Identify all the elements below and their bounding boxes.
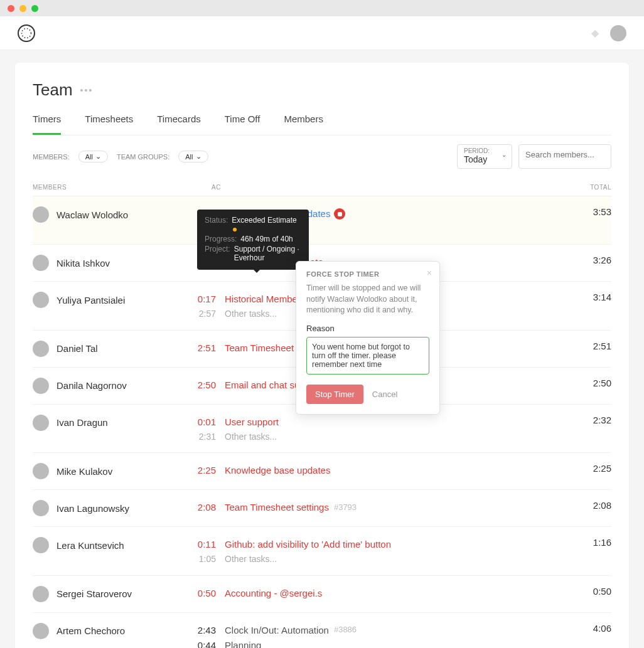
- activity-task[interactable]: Other tasks...: [225, 430, 561, 444]
- activity-task[interactable]: User support: [225, 415, 561, 430]
- tabs: TimersTimesheetsTimecardsTime OffMembers: [33, 114, 611, 135]
- activity-task[interactable]: Knowledge base updates: [225, 463, 561, 478]
- row-total: 2:51: [561, 331, 611, 361]
- activity-time: 0:17: [171, 292, 216, 307]
- activity-task[interactable]: Accounting - @sergei.s: [225, 586, 561, 601]
- user-avatar[interactable]: [610, 25, 626, 41]
- members-filter[interactable]: All ⌄: [78, 151, 108, 162]
- member-name[interactable]: Ivan Lagunowsky: [56, 503, 129, 514]
- tab-time-off[interactable]: Time Off: [225, 114, 260, 135]
- row-total: 2:32: [561, 405, 611, 435]
- table-row: Mike Kulakov2:25Knowledge base updates2:…: [33, 453, 611, 490]
- row-total: 2:50: [561, 368, 611, 398]
- chevron-down-icon: ⌄: [95, 152, 101, 161]
- member-name[interactable]: Lera Kuntsevich: [56, 540, 124, 551]
- window-min-dot[interactable]: [19, 5, 26, 12]
- row-total: 0:50: [561, 576, 611, 607]
- groups-filter[interactable]: All ⌄: [178, 151, 208, 162]
- app-logo[interactable]: [18, 24, 35, 42]
- page-title: Team: [33, 80, 73, 100]
- table-header: MEMBERS AC TOTAL: [33, 178, 611, 196]
- notification-icon[interactable]: ◆: [591, 27, 599, 39]
- row-total: 3:26: [561, 245, 611, 275]
- search-members-input[interactable]: [518, 144, 611, 169]
- activity-time: 0:50: [171, 586, 216, 601]
- member-name[interactable]: Yuliya Pantsialei: [56, 295, 125, 305]
- members-filter-label: MEMBERS:: [33, 153, 70, 161]
- member-avatar[interactable]: [33, 623, 49, 639]
- tab-members[interactable]: Members: [284, 114, 323, 135]
- row-total: 3:14: [561, 282, 611, 312]
- period-label: PERIOD:: [464, 147, 505, 154]
- activity-task[interactable]: Github: add visibility to 'Add time' but…: [225, 537, 561, 552]
- member-name[interactable]: Mike Kulakov: [56, 466, 112, 477]
- th-members: MEMBERS: [33, 184, 171, 191]
- member-name[interactable]: Sergei Staroverov: [56, 588, 132, 599]
- task-tag: #3793: [334, 501, 357, 514]
- topbar: ◆: [0, 16, 644, 50]
- window-close-dot[interactable]: [8, 5, 14, 12]
- browser-chrome: [0, 0, 644, 16]
- status-dot-icon: [233, 228, 237, 231]
- activity-time: 1:05: [171, 552, 216, 566]
- member-name[interactable]: Danila Nagornov: [56, 380, 127, 391]
- member-avatar[interactable]: [33, 255, 49, 271]
- reason-textarea[interactable]: [306, 337, 429, 374]
- member-avatar[interactable]: [33, 586, 49, 602]
- th-total: TOTAL: [561, 184, 611, 191]
- row-total: 3:53: [561, 196, 611, 227]
- modal-description: Timer will be stopped and we will notify…: [306, 283, 429, 316]
- activity-task[interactable]: Team Timesheet settings#3793: [225, 500, 561, 515]
- member-name[interactable]: Daniel Tal: [56, 343, 98, 354]
- force-stop-modal: × FORCE STOP TIMER Timer will be stopped…: [296, 261, 440, 415]
- period-selector[interactable]: PERIOD: Today ⌄: [457, 144, 512, 169]
- period-value: Today: [464, 154, 505, 164]
- table-row: Sergei Staroverov0:50Accounting - @serge…: [33, 576, 611, 613]
- reason-label: Reason: [306, 324, 429, 333]
- member-name[interactable]: Artem Chechoro: [56, 625, 125, 636]
- member-avatar[interactable]: [33, 292, 49, 308]
- chevron-down-icon: ⌄: [196, 152, 201, 161]
- table-row: Lera Kuntsevich0:111:05Github: add visib…: [33, 527, 611, 575]
- activity-time: 2:57: [171, 307, 216, 321]
- activity-time: 2:25: [171, 463, 216, 478]
- search-input[interactable]: [525, 150, 604, 159]
- member-avatar[interactable]: [33, 463, 49, 479]
- member-name[interactable]: Waclaw Wolodko: [56, 210, 128, 220]
- activity-task[interactable]: Other tasks...: [225, 552, 561, 566]
- activity-time: 2:43: [171, 623, 216, 638]
- activity-time: 0:11: [171, 537, 216, 552]
- task-tooltip: Status: Exceeded Estimate Progress: 46h …: [197, 210, 309, 270]
- member-avatar[interactable]: [33, 537, 49, 553]
- tab-timecards[interactable]: Timecards: [157, 114, 200, 135]
- task-tag: #3886: [334, 624, 357, 637]
- member-avatar[interactable]: [33, 500, 49, 516]
- page-menu-icon[interactable]: •••: [80, 85, 94, 95]
- activity-task[interactable]: Planning: [225, 638, 561, 648]
- activity-time: 2:51: [171, 341, 216, 356]
- row-total: 1:16: [561, 527, 611, 558]
- stop-timer-icon[interactable]: [334, 208, 345, 220]
- activity-task[interactable]: Clock In/Out: Automation#3886: [225, 623, 561, 638]
- table-row: Waclaw Wolodko1:581:55Knowledge base upd…: [33, 196, 611, 245]
- stop-timer-button[interactable]: Stop Timer: [306, 385, 363, 404]
- member-avatar[interactable]: [33, 378, 49, 394]
- tab-timesheets[interactable]: Timesheets: [85, 114, 133, 135]
- table-row: Artem Chechoro2:430:440:39Clock In/Out: …: [33, 613, 611, 648]
- window-max-dot[interactable]: [31, 5, 38, 12]
- member-name[interactable]: Nikita Ishkov: [56, 258, 110, 268]
- cancel-button[interactable]: Cancel: [372, 390, 397, 399]
- row-total: 4:06: [561, 613, 611, 644]
- groups-filter-label: TEAM GROUPS:: [117, 153, 169, 161]
- chevron-down-icon: ⌄: [502, 151, 507, 158]
- member-avatar[interactable]: [33, 341, 49, 357]
- member-avatar[interactable]: [33, 415, 49, 431]
- svg-point-0: [22, 28, 31, 38]
- th-activity: AC: [171, 184, 221, 191]
- close-icon[interactable]: ×: [427, 268, 432, 278]
- member-name[interactable]: Ivan Dragun: [56, 417, 108, 428]
- tab-timers[interactable]: Timers: [33, 114, 61, 135]
- modal-title: FORCE STOP TIMER: [306, 270, 429, 278]
- member-avatar[interactable]: [33, 206, 49, 223]
- activity-time: 0:01: [171, 415, 216, 430]
